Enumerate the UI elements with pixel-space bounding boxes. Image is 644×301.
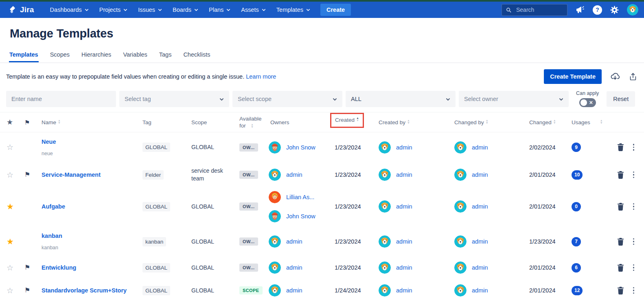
- owner-link[interactable]: admin: [396, 203, 412, 210]
- owner-link[interactable]: admin: [286, 238, 302, 245]
- more-actions-button[interactable]: [632, 171, 635, 179]
- reset-button[interactable]: Reset: [607, 91, 635, 107]
- nav-item-projects[interactable]: Projects: [94, 2, 133, 18]
- template-name-link[interactable]: Service-Management: [42, 171, 101, 178]
- header-usages[interactable]: Usages ▲▼: [572, 119, 603, 126]
- search-input[interactable]: [515, 6, 563, 13]
- flag-icon[interactable]: ⚑: [24, 171, 30, 178]
- nav-item-assets[interactable]: Assets: [236, 2, 271, 18]
- created-date: 1/23/2024: [335, 203, 361, 210]
- template-name-link[interactable]: kanban: [42, 233, 62, 239]
- header-changed[interactable]: Changed ▲▼: [529, 119, 572, 126]
- header-available-for[interactable]: Available for ▲▼: [239, 115, 269, 129]
- owner-link[interactable]: admin: [396, 144, 412, 151]
- owner-link[interactable]: admin: [396, 287, 412, 294]
- template-table-body: ☆NeueneueGLOBALGLOBALOW...John Snow1/23/…: [0, 132, 644, 301]
- owner-link[interactable]: admin: [286, 264, 302, 271]
- settings-button[interactable]: [610, 5, 619, 15]
- flag-icon[interactable]: ⚑: [24, 287, 30, 294]
- tab-variables[interactable]: Variables: [123, 51, 147, 62]
- owner-filter-select[interactable]: Select owner: [459, 91, 569, 107]
- owners-cell: Lillian As...John Snow: [269, 191, 335, 222]
- owner-link[interactable]: admin: [396, 264, 412, 271]
- delete-button[interactable]: [617, 203, 624, 211]
- sort-icon: ▲▼: [553, 119, 556, 124]
- more-actions-button[interactable]: [632, 264, 635, 272]
- header-flag[interactable]: ⚑: [24, 119, 42, 126]
- owner-link[interactable]: admin: [472, 238, 488, 245]
- owner-link[interactable]: admin: [286, 287, 302, 294]
- tab-hierarchies[interactable]: Hierarchies: [81, 51, 112, 62]
- delete-button[interactable]: [617, 171, 624, 179]
- template-name-link[interactable]: Aufgabe: [42, 203, 65, 210]
- header-name[interactable]: Name ▲▼: [42, 119, 142, 126]
- chevron-down-icon: [559, 96, 563, 102]
- more-actions-button[interactable]: [632, 286, 635, 295]
- tab-checklists[interactable]: Checklists: [183, 51, 210, 62]
- nav-item-templates[interactable]: Templates: [271, 2, 315, 18]
- star-outline-icon[interactable]: ☆: [7, 171, 13, 179]
- star-outline-icon[interactable]: ☆: [7, 143, 13, 151]
- owner-link[interactable]: admin: [472, 203, 488, 210]
- created-cell: 1/23/2024: [335, 171, 379, 178]
- star-filled-icon[interactable]: ★: [7, 237, 14, 246]
- star-outline-icon[interactable]: ☆: [7, 287, 13, 294]
- nav-item-plans[interactable]: Plans: [204, 2, 236, 18]
- owner-link[interactable]: John Snow: [286, 144, 315, 151]
- can-apply-toggle[interactable]: ✕: [579, 98, 596, 107]
- owner-link[interactable]: admin: [472, 264, 488, 271]
- created-by-cell: admin: [379, 284, 454, 297]
- export-button[interactable]: [629, 72, 637, 81]
- delete-button[interactable]: [617, 264, 624, 272]
- owner-link[interactable]: admin: [472, 287, 488, 294]
- header-created[interactable]: Created ▲▼: [335, 116, 379, 128]
- user-avatar-button[interactable]: [627, 4, 638, 15]
- tag-filter-select[interactable]: Select tag: [119, 91, 229, 107]
- announcements-button[interactable]: [575, 5, 585, 15]
- name-filter-input[interactable]: [6, 91, 116, 107]
- create-button[interactable]: Create: [320, 4, 351, 16]
- tag-cell: GLOBAL: [142, 263, 191, 272]
- template-name-link[interactable]: Entwicklung: [42, 264, 76, 271]
- create-template-button[interactable]: Create Template: [544, 69, 602, 84]
- nav-item-boards[interactable]: Boards: [167, 2, 204, 18]
- created-date: 1/23/2024: [335, 171, 361, 178]
- delete-button[interactable]: [617, 238, 624, 246]
- owner-link[interactable]: admin: [396, 238, 412, 245]
- tab-scopes[interactable]: Scopes: [50, 51, 70, 62]
- scope-filter-select[interactable]: Select scope: [232, 91, 342, 107]
- import-button[interactable]: [610, 72, 620, 81]
- favorite-cell: ☆: [7, 143, 24, 151]
- help-button[interactable]: ?: [593, 5, 602, 15]
- owner-link[interactable]: admin: [396, 171, 412, 178]
- header-favorite[interactable]: ★: [7, 119, 24, 126]
- star-filled-icon[interactable]: ★: [7, 202, 14, 211]
- owner-link[interactable]: admin: [472, 171, 488, 178]
- tab-tags[interactable]: Tags: [159, 51, 172, 62]
- star-outline-icon[interactable]: ☆: [7, 264, 13, 272]
- search-box[interactable]: [502, 4, 567, 16]
- owner-link[interactable]: admin: [286, 171, 302, 178]
- type-filter-select[interactable]: ALL: [346, 91, 456, 107]
- owner-link[interactable]: Lillian As...: [286, 194, 314, 200]
- tab-templates[interactable]: Templates: [9, 51, 39, 62]
- owner-link[interactable]: John Snow: [286, 213, 315, 220]
- tag-badge: GLOBAL: [142, 286, 170, 295]
- delete-button[interactable]: [617, 287, 624, 294]
- header-changed-by[interactable]: Changed by ▲▼: [454, 119, 529, 126]
- template-name-link[interactable]: Standardvorlage Scrum+Story: [42, 287, 127, 294]
- more-actions-button[interactable]: [632, 237, 635, 246]
- search-icon: [506, 7, 512, 13]
- flag-icon[interactable]: ⚑: [24, 264, 30, 271]
- nav-item-issues[interactable]: Issues: [133, 2, 167, 18]
- delete-button[interactable]: [617, 143, 624, 151]
- nav-item-dashboards[interactable]: Dashboards: [45, 2, 94, 18]
- jira-logo[interactable]: Jira: [8, 5, 34, 14]
- more-actions-button[interactable]: [632, 143, 635, 152]
- tab-bar: Templates Scopes Hierarchies Variables T…: [0, 51, 644, 63]
- learn-more-link[interactable]: Learn more: [246, 73, 276, 80]
- more-actions-button[interactable]: [632, 202, 635, 211]
- template-name-link[interactable]: Neue: [42, 138, 56, 145]
- header-created-by[interactable]: Created by ▲▼: [379, 119, 454, 126]
- owner-link[interactable]: admin: [472, 144, 488, 151]
